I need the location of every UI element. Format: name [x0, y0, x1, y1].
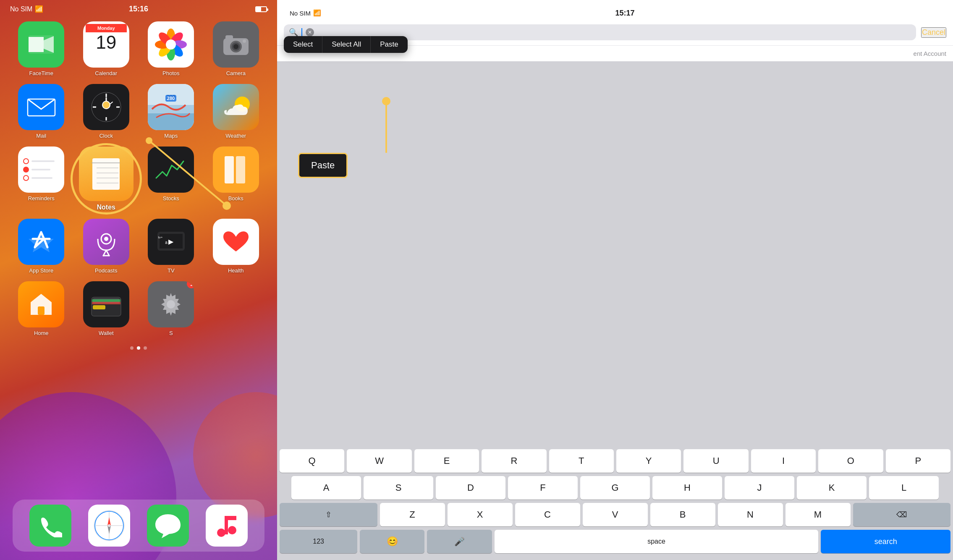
- app-appstore[interactable]: App Store: [13, 219, 70, 274]
- weather-label: Weather: [225, 133, 246, 139]
- calendar-icon: Monday 19: [83, 21, 129, 68]
- mail-icon: [18, 84, 64, 130]
- key-a[interactable]: A: [291, 476, 361, 500]
- app-clock[interactable]: Clock: [78, 84, 135, 139]
- settings-label: S: [169, 330, 173, 336]
- svg-point-69: [217, 529, 225, 537]
- notes-search-screen: No SIM 📶 15:17 🔍 ✕ Cancel Select Select …: [277, 0, 953, 560]
- key-p[interactable]: P: [886, 449, 950, 473]
- context-paste[interactable]: Paste: [371, 36, 407, 53]
- health-icon: [213, 219, 259, 265]
- wifi-icon-right: 📶: [313, 9, 321, 17]
- camera-icon: [213, 21, 259, 68]
- battery-icon-right: [929, 10, 940, 16]
- svg-point-12: [166, 39, 176, 50]
- reminders-icon: [18, 147, 64, 193]
- maps-label: Maps: [164, 133, 178, 139]
- key-i[interactable]: I: [751, 449, 816, 473]
- key-l[interactable]: L: [869, 476, 939, 500]
- page-dot-3: [144, 346, 147, 350]
- app-podcasts[interactable]: Podcasts: [78, 219, 135, 274]
- app-wallet[interactable]: Wallet: [78, 281, 135, 336]
- key-mic[interactable]: 🎤: [427, 530, 492, 553]
- key-space[interactable]: space: [495, 530, 819, 553]
- facetime-label: FaceTime: [29, 70, 53, 76]
- svg-line-48: [106, 250, 109, 256]
- calendar-label: Calendar: [95, 70, 117, 76]
- key-v[interactable]: V: [583, 503, 648, 526]
- key-e[interactable]: E: [414, 449, 479, 473]
- key-d[interactable]: D: [436, 476, 505, 500]
- cancel-button[interactable]: Cancel: [921, 27, 946, 38]
- app-maps[interactable]: 280 280 Maps: [142, 84, 200, 139]
- app-photos[interactable]: Photos: [142, 21, 200, 76]
- app-facetime[interactable]: FaceTime: [13, 21, 70, 76]
- notes-highlight-circle: [71, 143, 142, 215]
- key-t[interactable]: T: [549, 449, 614, 473]
- app-camera[interactable]: Camera: [207, 21, 265, 76]
- keyboard-row-1: Q W E R T Y U I O P: [280, 449, 950, 473]
- key-m[interactable]: M: [785, 503, 851, 526]
- keyboard-area: Q W E R T Y U I O P A S D F G H J K: [277, 446, 953, 560]
- app-mail[interactable]: Mail: [13, 84, 70, 139]
- iphone-screen: No SIM 📶 15:16 FaceTime Monday 19 Calend…: [0, 0, 277, 560]
- key-shift[interactable]: ⇧: [280, 503, 377, 526]
- app-health[interactable]: Health: [207, 219, 265, 274]
- context-select-all[interactable]: Select All: [322, 36, 371, 53]
- key-r[interactable]: R: [482, 449, 546, 473]
- app-notes[interactable]: Notes: [78, 147, 135, 211]
- battery-fill: [256, 7, 261, 11]
- app-books[interactable]: Books: [207, 147, 265, 211]
- svg-point-77: [382, 97, 390, 105]
- notes-content: Paste Q W E R T Y U I O P A: [277, 61, 953, 560]
- key-u[interactable]: U: [683, 449, 748, 473]
- tv-label: TV: [168, 267, 175, 274]
- appstore-icon: [18, 219, 64, 265]
- context-select[interactable]: Select: [284, 36, 322, 53]
- settings-icon: 1: [148, 281, 194, 327]
- key-n[interactable]: N: [718, 503, 783, 526]
- dock-safari[interactable]: [88, 505, 130, 547]
- key-k[interactable]: K: [797, 476, 867, 500]
- key-y[interactable]: Y: [616, 449, 681, 473]
- search-key[interactable]: search: [821, 530, 950, 553]
- key-w[interactable]: W: [347, 449, 411, 473]
- app-reminders[interactable]: Reminders: [13, 147, 70, 211]
- weather-icon: [213, 84, 259, 130]
- home-icon: [18, 281, 64, 327]
- key-emoji[interactable]: 😊: [360, 530, 424, 553]
- facetime-icon: [18, 21, 64, 68]
- key-h[interactable]: H: [652, 476, 722, 500]
- dock-music[interactable]: [206, 505, 248, 547]
- key-c[interactable]: C: [515, 503, 580, 526]
- key-o[interactable]: O: [818, 449, 883, 473]
- app-stocks[interactable]: Stocks: [142, 147, 200, 211]
- app-settings[interactable]: 1 S: [142, 281, 200, 336]
- safari-icon: [88, 505, 130, 547]
- key-s[interactable]: S: [364, 476, 433, 500]
- app-calendar[interactable]: Monday 19 Calendar: [78, 21, 135, 76]
- app-tv[interactable]: ▶ a tv+ TV: [142, 219, 200, 274]
- dock-phone[interactable]: [29, 505, 71, 547]
- calendar-month: Monday: [86, 24, 127, 32]
- key-x[interactable]: X: [448, 503, 513, 526]
- key-b[interactable]: B: [650, 503, 715, 526]
- key-g[interactable]: G: [580, 476, 650, 500]
- app-home[interactable]: Home: [13, 281, 70, 336]
- clear-button[interactable]: ✕: [306, 28, 314, 37]
- keyboard-row-2: A S D F G H J K L: [280, 476, 950, 500]
- svg-marker-1: [29, 37, 44, 52]
- svg-rect-72: [225, 516, 236, 520]
- key-numbers[interactable]: 123: [280, 530, 357, 553]
- wifi-icon: 📶: [35, 5, 43, 13]
- app-weather[interactable]: Weather: [207, 84, 265, 139]
- key-q[interactable]: Q: [280, 449, 344, 473]
- paste-tooltip[interactable]: Paste: [298, 153, 348, 178]
- key-f[interactable]: F: [508, 476, 578, 500]
- dock-messages[interactable]: [147, 505, 189, 547]
- phone-icon: [29, 505, 71, 547]
- key-j[interactable]: J: [725, 476, 794, 500]
- key-z[interactable]: Z: [380, 503, 445, 526]
- key-delete[interactable]: ⌫: [853, 503, 951, 526]
- account-label: ent Account: [914, 50, 946, 57]
